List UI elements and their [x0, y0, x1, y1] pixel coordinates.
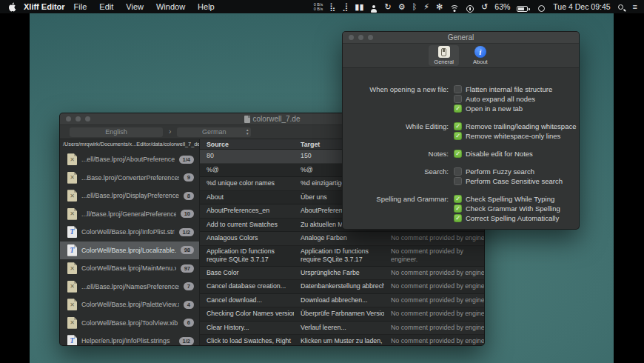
sidebar-file-row[interactable]: THelper/en.lproj/InfoPlist.strings1/2: [60, 332, 199, 345]
prefs-tab-general[interactable]: General: [429, 45, 459, 66]
zoom-button[interactable]: [85, 116, 90, 121]
source-language-button[interactable]: English: [70, 127, 163, 137]
checkbox[interactable]: ✓: [454, 150, 462, 158]
target-cell[interactable]: Klicken um Muster zu laden,: [294, 337, 384, 345]
table-row[interactable]: Click to load Swatches, RightKlicken um …: [200, 335, 484, 345]
target-cell[interactable]: Application ID functions require SQLite …: [294, 247, 384, 264]
power-icon[interactable]: ⚡: [423, 0, 429, 13]
sidebar-file-row[interactable]: ✕ColorWell/Base.lproj/ToolView.xib6: [60, 314, 199, 333]
prefs-minimize-button[interactable]: [358, 35, 363, 40]
prefs-option[interactable]: Perform Case Sensitive search: [454, 176, 579, 186]
xib-file-icon: ✕: [67, 299, 77, 310]
table-row[interactable]: Clear History...Verlauf leeren...No comm…: [200, 322, 484, 336]
bluetooth-icon[interactable]: ᛒ: [412, 0, 417, 13]
menu-file[interactable]: File: [74, 2, 87, 11]
fan-icon[interactable]: ✻: [436, 0, 443, 13]
table-row[interactable]: Cancel database creation...Datenbankerst…: [200, 280, 484, 294]
wifi-icon[interactable]: [449, 3, 460, 11]
table-row[interactable]: Base ColorUrsprüngliche FarbeNo comment …: [200, 267, 484, 281]
target-language-select[interactable]: German ▲▼: [177, 127, 251, 137]
gear-icon[interactable]: ⚙: [398, 0, 406, 13]
minimize-button[interactable]: [76, 116, 81, 121]
checkbox[interactable]: ✓: [454, 104, 462, 113]
sidebar-file-row[interactable]: TColorWell/Base.lproj/Localizable.string…: [60, 242, 199, 260]
source-cell: Click to load Swatches, Right: [200, 337, 294, 345]
search-icon[interactable]: [617, 2, 626, 11]
source-cell: %@: [200, 166, 294, 174]
checkbox[interactable]: ✓: [454, 132, 462, 140]
source-cell: Base Color: [200, 269, 294, 277]
menu-edit[interactable]: Edit: [99, 2, 113, 11]
disk-activity-icon[interactable]: ▮▮: [355, 0, 363, 13]
checkbox[interactable]: ✓: [454, 214, 462, 222]
checkbox[interactable]: ✓: [454, 122, 462, 130]
prefs-option[interactable]: ✓Remove trailing/leading whitespace: [454, 121, 579, 131]
target-cell[interactable]: Verlauf leeren...: [294, 324, 384, 332]
prefs-zoom-button[interactable]: [368, 35, 373, 40]
sidebar-file-row[interactable]: ✕...ell/Base.lproj/DisplayPreferencesVie…: [60, 187, 199, 205]
table-row[interactable]: Cancel download...Download abbrechen...N…: [200, 294, 484, 308]
sidebar-file-row[interactable]: ✕...ll/Base.lproj/GeneralPreferencesView…: [60, 205, 199, 224]
clock[interactable]: Tue 4 Dec 09:45: [553, 0, 610, 13]
checkbox-label: Open in a new tab: [466, 104, 523, 113]
battery-icon[interactable]: [517, 3, 531, 10]
table-row[interactable]: Application ID functions require SQLite …: [200, 246, 484, 267]
column-header-source[interactable]: Source: [200, 141, 294, 148]
target-cell[interactable]: Datenbankerstellung abbrechen...: [294, 282, 384, 290]
network-throughput[interactable]: 0 B/s0 B/s: [314, 2, 323, 11]
sidebar-file-row[interactable]: TColorWell/Base.lproj/InfoPlist.strings1…: [60, 223, 199, 242]
sidebar-file-row[interactable]: ✕ColorWell/Base.lproj/MainMenu.xib97: [60, 259, 199, 278]
time-machine-icon[interactable]: ↺: [481, 0, 488, 13]
menu-help[interactable]: Help: [198, 2, 215, 11]
menu-window[interactable]: Window: [156, 2, 185, 11]
app-menu-title[interactable]: Xliff Editor: [24, 2, 65, 11]
target-cell[interactable]: Download abbrechen...: [294, 296, 384, 304]
checkbox[interactable]: [454, 177, 462, 185]
prefs-toolbar: GeneraliAbout: [343, 44, 579, 68]
battery-percent[interactable]: 63%: [494, 0, 510, 13]
prefs-tab-about[interactable]: iAbout: [468, 45, 493, 66]
prefs-close-button[interactable]: [349, 35, 354, 40]
close-button[interactable]: [66, 116, 71, 121]
prefs-option[interactable]: Auto expand all nodes: [454, 94, 579, 104]
memory-activity-icon[interactable]: ⣸: [342, 0, 348, 13]
target-cell[interactable]: Analoge Farben: [294, 234, 384, 242]
prefs-option[interactable]: Flatten internal file structure: [454, 84, 579, 94]
prefs-option[interactable]: ✓Remove whitespace-only lines: [454, 131, 579, 141]
prefs-option[interactable]: ✓Open in a new tab: [454, 104, 579, 113]
siri-icon[interactable]: [538, 3, 546, 11]
checkbox-label: Correct Spelling Automatically: [466, 214, 559, 222]
vpn-lock-icon[interactable]: [466, 3, 474, 11]
checkbox-label: Check Spelling While Typing: [466, 195, 554, 203]
source-cell: 80: [200, 152, 294, 160]
table-row[interactable]: Checking Color Names version...Überprüfe…: [200, 307, 484, 322]
notification-center-icon[interactable]: ≡: [633, 0, 637, 13]
checkbox[interactable]: [454, 167, 462, 176]
prefs-option[interactable]: ✓Check Spelling While Typing: [454, 194, 579, 204]
prefs-option[interactable]: ✓Check Grammar With Spelling: [454, 204, 579, 213]
sidebar-file-row[interactable]: ✕...ell/Base.lproj/NamesPreferencesView.…: [60, 278, 199, 296]
sync-icon[interactable]: ↻: [384, 0, 391, 13]
user-icon[interactable]: [370, 3, 378, 10]
prefs-option[interactable]: ✓Correct Spelling Automatically: [454, 213, 579, 223]
prefs-group-label: While Editing:: [343, 121, 454, 141]
sidebar-file-row[interactable]: ✕...Base.lproj/ConverterPreferencesView.…: [60, 169, 199, 187]
target-cell[interactable]: Ursprüngliche Farbe: [294, 269, 384, 277]
document-icon: [244, 116, 250, 123]
cpu-activity-icon[interactable]: ⣧: [329, 0, 335, 13]
prefs-option[interactable]: ✓Disable edit for Notes: [454, 149, 579, 159]
target-cell[interactable]: Überprüfe Farbnamen Version...: [294, 310, 384, 318]
sidebar-file-row[interactable]: ✕...ell/Base.lproj/AboutPreferencesView.…: [60, 150, 199, 169]
table-row[interactable]: Analagous ColorsAnaloge FarbenNo comment…: [200, 232, 484, 246]
prefs-group-items: Flatten internal file structureAuto expa…: [454, 84, 579, 113]
checkbox[interactable]: ✓: [454, 204, 462, 213]
sidebar-file-row[interactable]: ✕ColorWell/Base.lproj/PaletteView.xib4: [60, 296, 199, 314]
prefs-option[interactable]: Perform Fuzzy search: [454, 167, 579, 176]
apple-logo-icon[interactable]: [8, 1, 16, 12]
menu-view[interactable]: View: [126, 2, 144, 11]
prefs-group-label: When opening a new file:: [343, 84, 454, 113]
checkbox[interactable]: [454, 95, 462, 103]
checkbox[interactable]: ✓: [454, 195, 462, 203]
checkbox[interactable]: [454, 85, 462, 93]
prefs-titlebar[interactable]: General: [343, 32, 579, 44]
